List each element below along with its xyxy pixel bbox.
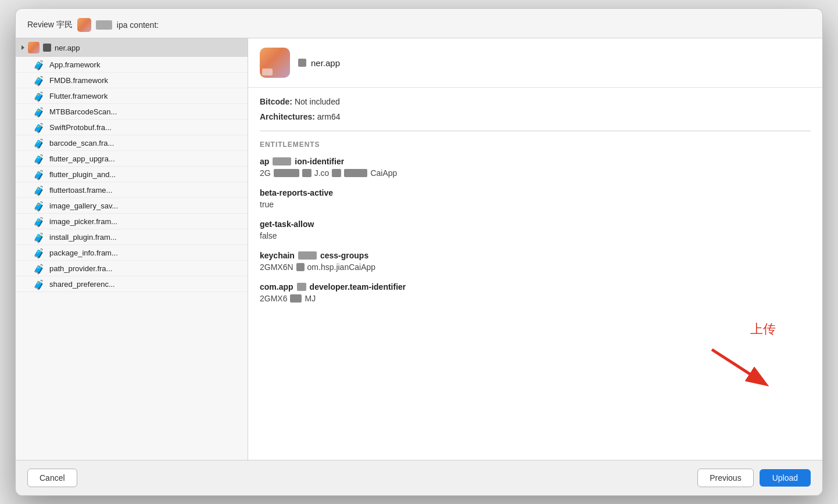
blur-box-3 — [297, 283, 306, 291]
dialog-title-bar: Review 宇民 ipa content: — [16, 9, 822, 38]
bitcode-label: Bitcode: — [260, 97, 292, 106]
tree-item-label: flutter_plugin_and... — [49, 170, 116, 179]
app-name-gray-box — [298, 59, 306, 67]
briefcase-icon — [33, 154, 45, 163]
blur-val-3a — [290, 294, 302, 303]
blur-box-2 — [298, 251, 317, 260]
tree-item[interactable]: App.framework — [16, 57, 248, 73]
briefcase-icon — [33, 232, 45, 242]
tree-item-label: install_plugin.fram... — [49, 233, 117, 242]
blur-val-1b — [302, 169, 311, 177]
tree-item[interactable]: flutter_plugin_and... — [16, 167, 248, 182]
briefcase-icon — [33, 60, 45, 69]
tree-item-label: App.framework — [49, 60, 100, 69]
arch-value: arm64 — [317, 112, 341, 121]
entitlement-team-id: com.app developer.team-identifier 2GMX6 … — [260, 282, 811, 303]
briefcase-icon — [33, 217, 45, 226]
briefcase-icon — [33, 75, 45, 85]
tree-item[interactable]: flutter_app_upgra... — [16, 151, 248, 167]
tree-item-label: shared_preferenc... — [49, 280, 115, 289]
entitlement-key-team: com.app developer.team-identifier — [260, 282, 811, 291]
section-divider — [260, 131, 811, 131]
blur-val-1d — [344, 169, 367, 177]
tree-item[interactable]: FMDB.framework — [16, 73, 248, 88]
svg-line-1 — [712, 350, 764, 383]
entitlement-key-app-id: ap ion-identifier — [260, 157, 811, 166]
title-app-icon — [77, 18, 91, 32]
entitlement-key-beta: beta-reports-active — [260, 188, 811, 197]
blur-val-1c — [332, 169, 341, 177]
tree-item[interactable]: Flutter.framework — [16, 88, 248, 104]
app-icon-large — [260, 48, 290, 78]
app-name-text: ner.app — [311, 58, 340, 68]
entitlement-key-task: get-task-allow — [260, 219, 811, 229]
title-gray-box — [96, 20, 112, 30]
tree-item-label: MTBBarcodeScan... — [49, 107, 117, 116]
briefcase-icon — [33, 279, 45, 289]
tree-item-label: flutter_app_upgra... — [49, 154, 115, 163]
tree-item[interactable]: path_provider.fra... — [16, 261, 248, 276]
title-text-suffix: ipa content: — [117, 20, 159, 30]
tree-item[interactable]: barcode_scan.fra... — [16, 135, 248, 151]
tree-root-item[interactable]: ner.app — [16, 38, 248, 57]
upload-annotation: 上传 — [706, 321, 776, 390]
entitlement-val-app-id: 2G J.co CaiApp — [260, 168, 811, 178]
tree-item-label: FMDB.framework — [49, 76, 108, 85]
entitlement-val-task: false — [260, 231, 811, 240]
entitlements-section-title: ENTITLEMENTS — [260, 141, 811, 149]
upload-arrow-icon — [706, 344, 776, 390]
tree-item[interactable]: fluttertoast.frame... — [16, 182, 248, 198]
briefcase-icon — [33, 248, 45, 257]
tree-item[interactable]: image_gallery_sav... — [16, 198, 248, 214]
entitlement-key-keychain: keychain cess-groups — [260, 251, 811, 260]
entitlement-val-keychain: 2GMX6N om.hsp.jianCaiApp — [260, 262, 811, 272]
root-item-label: ner.app — [55, 44, 80, 52]
entitlement-keychain: keychain cess-groups 2GMX6N om.hsp.jianC… — [260, 251, 811, 272]
upload-annotation-text: 上传 — [750, 321, 776, 338]
expand-triangle-icon — [22, 45, 24, 50]
tree-item-label: package_info.fram... — [49, 249, 118, 257]
app-name-row: ner.app — [298, 58, 340, 68]
tree-item[interactable]: MTBBarcodeScan... — [16, 104, 248, 120]
blur-val-1a — [274, 169, 299, 177]
entitlement-beta-reports: beta-reports-active true — [260, 188, 811, 209]
tree-item[interactable]: install_plugin.fram... — [16, 229, 248, 245]
tree-item-label: fluttertoast.frame... — [49, 186, 112, 195]
arch-row: Architectures: arm64 — [260, 112, 811, 121]
entitlement-val-team: 2GMX6 MJ — [260, 294, 811, 303]
blur-box-1 — [273, 157, 291, 165]
upload-button[interactable]: Upload — [760, 469, 811, 487]
briefcase-icon — [33, 264, 45, 273]
tree-item-label: image_picker.fram... — [49, 217, 117, 226]
tree-item-label: SwiftProtobuf.fra... — [49, 123, 112, 132]
left-file-tree[interactable]: ner.app App.frameworkFMDB.frameworkFlutt… — [16, 38, 248, 460]
briefcase-icon — [33, 107, 45, 116]
cancel-button[interactable]: Cancel — [27, 469, 77, 487]
entitlement-get-task: get-task-allow false — [260, 219, 811, 240]
arch-label: Architectures: — [260, 112, 315, 121]
right-content: Bitcode: Not included Architectures: arm… — [248, 88, 822, 323]
tree-item-label: Flutter.framework — [49, 92, 108, 100]
briefcase-icon — [33, 201, 45, 210]
tree-item[interactable]: package_info.fram... — [16, 245, 248, 261]
bitcode-value: Not included — [295, 97, 340, 106]
tree-item-label: path_provider.fra... — [49, 264, 112, 273]
main-dialog: Review 宇民 ipa content: ner.app App.frame… — [15, 8, 823, 496]
dialog-footer: Cancel Previous Upload — [16, 460, 822, 495]
tree-item-label: barcode_scan.fra... — [49, 139, 114, 147]
right-detail-panel: ner.app Bitcode: Not included Architectu… — [248, 38, 822, 460]
previous-button[interactable]: Previous — [697, 469, 753, 487]
entitlement-val-beta: true — [260, 200, 811, 209]
root-gray-box — [43, 44, 51, 52]
tree-item[interactable]: image_picker.fram... — [16, 214, 248, 229]
briefcase-icon — [33, 91, 45, 100]
entitlement-app-id: ap ion-identifier 2G J.co CaiApp — [260, 157, 811, 178]
dialog-body: ner.app App.frameworkFMDB.frameworkFlutt… — [16, 38, 822, 460]
briefcase-icon — [33, 170, 45, 179]
tree-item[interactable]: SwiftProtobuf.fra... — [16, 120, 248, 135]
footer-right-buttons: Previous Upload — [697, 469, 811, 487]
briefcase-icon — [33, 138, 45, 147]
root-app-icon — [28, 42, 40, 53]
tree-item[interactable]: shared_preferenc... — [16, 276, 248, 292]
briefcase-icon — [33, 123, 45, 132]
